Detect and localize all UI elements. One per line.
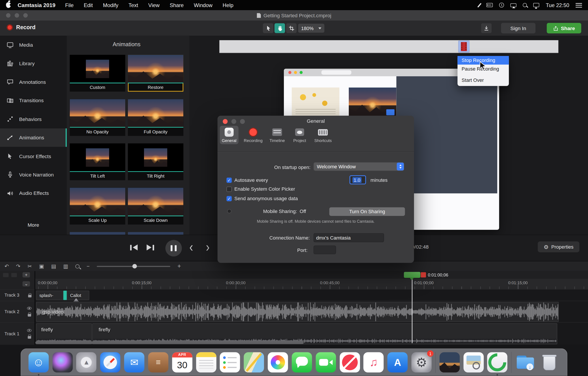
startup-open-select[interactable]: Welcome Window bbox=[314, 162, 404, 171]
dock-downloads[interactable]: ↓ bbox=[515, 352, 536, 373]
edit-tool-button[interactable] bbox=[263, 23, 273, 33]
previous-frame-button[interactable] bbox=[130, 244, 137, 250]
connection-name-input[interactable]: dmx's Camtasia bbox=[314, 233, 384, 242]
timeline-ruler[interactable]: ⌄ 0:00:00;000:00:15;000:00:30;000:00:45;… bbox=[0, 279, 588, 289]
dock-contacts[interactable]: ≡ bbox=[148, 352, 168, 373]
dock-trash[interactable] bbox=[539, 352, 559, 373]
dock-reminders[interactable] bbox=[220, 352, 240, 373]
pen-icon[interactable] bbox=[478, 3, 482, 7]
hamburger-menu-icon[interactable] bbox=[576, 3, 582, 7]
record-button[interactable]: Record bbox=[7, 24, 36, 31]
tab-shortcuts[interactable]: Shortcuts bbox=[313, 126, 333, 144]
animation-no-opacity[interactable]: No Opacity bbox=[70, 99, 125, 136]
zoom-in-button[interactable]: + bbox=[177, 263, 181, 270]
animation-scale-down[interactable]: Scale Down bbox=[128, 188, 183, 224]
timeline-horizontal-scrollbar[interactable] bbox=[35, 341, 304, 344]
dock-system-preferences[interactable]: ⚙ 1 bbox=[411, 352, 432, 373]
tab-recording[interactable]: Recording bbox=[242, 126, 264, 144]
usage-data-checkbox[interactable] bbox=[226, 196, 232, 201]
menu-item-start-over[interactable]: Start Over bbox=[457, 76, 509, 85]
spotlight-icon[interactable] bbox=[523, 3, 527, 7]
sidebar-more-button[interactable]: More bbox=[0, 222, 67, 228]
menubar-menu-item[interactable]: Modify bbox=[103, 2, 118, 8]
menubar-menu-item[interactable]: Text bbox=[128, 2, 138, 8]
dock-maps[interactable] bbox=[244, 352, 264, 373]
dock-safari[interactable] bbox=[100, 352, 121, 373]
cut-button[interactable]: ✂ bbox=[28, 263, 32, 269]
dock-separator-1[interactable] bbox=[435, 352, 436, 373]
split-button[interactable]: ▥ bbox=[63, 263, 68, 269]
undo-button[interactable]: ↶ bbox=[4, 263, 9, 269]
autosave-checkbox[interactable] bbox=[226, 177, 232, 183]
next-frame-button[interactable] bbox=[147, 244, 154, 250]
sidebar-item-cursor-effects[interactable]: Cursor Effects bbox=[0, 147, 67, 166]
dock-preview[interactable] bbox=[463, 352, 484, 373]
partial-thumbnail[interactable] bbox=[70, 232, 125, 235]
sidebar-item-animations[interactable]: Animations bbox=[0, 129, 67, 147]
add-track-button[interactable]: + bbox=[22, 272, 30, 277]
transition-handle[interactable] bbox=[63, 291, 67, 300]
crop-tool-button[interactable] bbox=[286, 23, 297, 33]
clip-splash[interactable]: splash- bbox=[36, 291, 63, 300]
sidebar-item-media[interactable]: Media bbox=[0, 36, 67, 54]
dock-launchpad[interactable]: ▲ bbox=[76, 352, 96, 373]
visibility-eye-icon[interactable] bbox=[27, 307, 31, 310]
sidebar-item-audio-effects[interactable]: Audio Effects bbox=[0, 184, 67, 203]
port-input[interactable] bbox=[314, 245, 336, 254]
pause-button[interactable] bbox=[166, 240, 182, 256]
menubar-menu-item[interactable]: File bbox=[65, 2, 74, 8]
sidebar-item-transitions[interactable]: Transitions bbox=[0, 91, 67, 110]
dock-app-store[interactable]: A bbox=[388, 352, 408, 373]
timeline-zoom-slider[interactable] bbox=[97, 266, 170, 267]
close-window-button[interactable] bbox=[6, 13, 10, 17]
turn-on-sharing-button[interactable]: Turn On Sharing bbox=[329, 207, 405, 216]
menubar-menu-item[interactable]: Share bbox=[170, 2, 184, 8]
zoom-window-button[interactable] bbox=[23, 13, 28, 17]
clock-icon[interactable] bbox=[499, 3, 504, 8]
dock-calendar[interactable]: APR 30 bbox=[172, 352, 192, 373]
animation-tilt-left[interactable]: Tilt Left bbox=[70, 144, 125, 180]
menubar-menu-item[interactable]: Edit bbox=[84, 2, 93, 8]
partial-thumbnail[interactable] bbox=[128, 232, 183, 235]
dock-mail[interactable]: ✉ bbox=[124, 352, 145, 373]
jump-back-button[interactable]: ‹ bbox=[189, 240, 193, 254]
menubar-menu-item[interactable]: Help bbox=[223, 2, 233, 8]
clip-gsp-video[interactable]: gsp-video bbox=[36, 302, 559, 322]
menubar-clock[interactable]: Tue 22:50 bbox=[546, 2, 569, 8]
dock-notes[interactable] bbox=[196, 352, 216, 373]
menu-item-separator[interactable] bbox=[457, 73, 509, 76]
redo-button[interactable]: ↷ bbox=[16, 263, 21, 269]
dock-messages[interactable] bbox=[292, 352, 312, 373]
animation-tilt-right[interactable]: Tilt Right bbox=[128, 144, 183, 180]
sidebar-item-behaviors[interactable]: Behaviors bbox=[0, 110, 67, 129]
menubar-menu-item[interactable]: View bbox=[148, 2, 159, 8]
playhead-red-handle[interactable] bbox=[421, 272, 426, 277]
lock-icon[interactable] bbox=[28, 336, 31, 339]
animation-restore[interactable]: Restore bbox=[128, 55, 183, 92]
collapse-tracks-button[interactable]: ⌄ bbox=[22, 281, 30, 287]
dock-music[interactable]: ♫ bbox=[364, 352, 384, 373]
export-download-button[interactable] bbox=[481, 23, 492, 33]
display-icon[interactable] bbox=[534, 3, 539, 7]
visibility-eye-icon[interactable] bbox=[27, 329, 31, 332]
keyboard-icon[interactable] bbox=[487, 3, 493, 7]
playhead-green-handle[interactable] bbox=[404, 272, 420, 278]
dock-finder[interactable]: ☺ bbox=[29, 352, 49, 373]
animation-custom[interactable]: Custom bbox=[70, 55, 125, 92]
dock-pictures[interactable] bbox=[439, 352, 460, 373]
zoom-level-select[interactable]: 180% bbox=[298, 24, 325, 33]
apple-menu-icon[interactable] bbox=[6, 2, 11, 8]
gutter-icon-2[interactable] bbox=[11, 273, 17, 277]
properties-button[interactable]: ⚙ Properties bbox=[538, 242, 579, 252]
copy-button[interactable]: ▣ bbox=[39, 263, 44, 269]
dock-photos[interactable] bbox=[268, 352, 288, 373]
jump-forward-button[interactable]: › bbox=[206, 240, 210, 254]
lock-icon[interactable] bbox=[28, 295, 31, 297]
sidebar-item-annotations[interactable]: Annotations bbox=[0, 73, 67, 91]
tab-timeline[interactable]: Timeline bbox=[268, 126, 286, 144]
recorder-menu-button[interactable] bbox=[458, 41, 470, 52]
dock-siri[interactable] bbox=[52, 352, 73, 373]
animation-scale-up[interactable]: Scale Up bbox=[70, 188, 125, 224]
playhead-line[interactable] bbox=[412, 278, 412, 343]
tab-general[interactable]: General bbox=[220, 126, 239, 144]
